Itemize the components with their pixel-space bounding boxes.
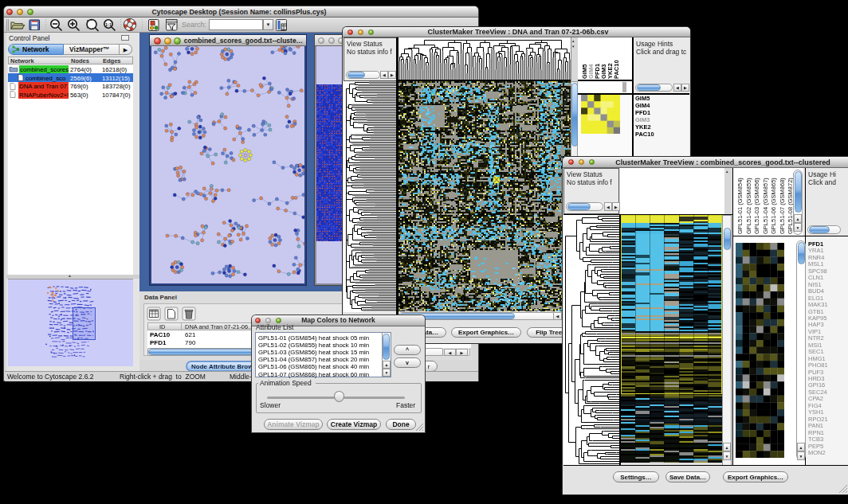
svg-text:1:1: 1:1 [105, 22, 112, 27]
